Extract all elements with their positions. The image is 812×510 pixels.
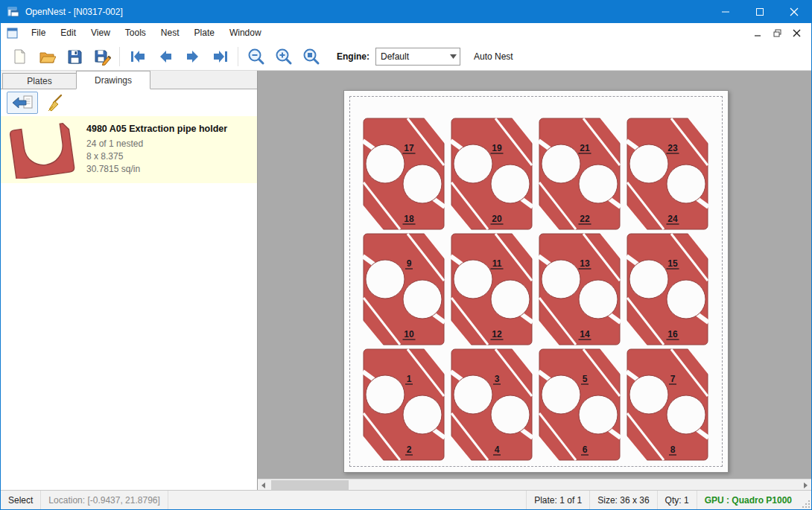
menu-tools[interactable]: Tools: [118, 25, 153, 41]
nest-tile[interactable]: 1516: [624, 232, 711, 347]
part-number-top: 19: [492, 143, 502, 153]
part-number-top: 21: [580, 143, 590, 153]
part-number-bottom: 10: [404, 329, 414, 340]
mdi-close-button[interactable]: [787, 25, 805, 40]
clear-button[interactable]: [44, 92, 63, 113]
part-number-bottom: 16: [667, 329, 678, 340]
nest-tile[interactable]: 1314: [536, 232, 624, 347]
nest-tile[interactable]: 56: [536, 347, 624, 462]
next-plate-button[interactable]: [179, 45, 206, 68]
part-number-bottom: 4: [495, 444, 500, 455]
zoom-fit-icon: [302, 47, 321, 66]
nest-canvas[interactable]: 171819202122232491011121314151612345678: [258, 71, 811, 491]
part-number-bottom: 14: [580, 329, 590, 340]
send-to-nest-button[interactable]: [7, 92, 38, 114]
resize-grip[interactable]: [799, 491, 811, 509]
nest-tile[interactable]: 34: [448, 347, 536, 462]
menu-items: FileEditViewToolsNestPlateWindow: [24, 25, 269, 41]
first-plate-button[interactable]: [124, 45, 151, 68]
nest-tile[interactable]: 1112: [448, 232, 536, 347]
plate[interactable]: 171819202122232491011121314151612345678: [343, 90, 729, 473]
zoom-in-icon: [274, 47, 294, 66]
nest-tile[interactable]: 1920: [448, 116, 536, 232]
new-file-button[interactable]: [5, 45, 33, 68]
scrollbar-track[interactable]: [270, 479, 799, 491]
zoom-in-button[interactable]: [270, 45, 297, 68]
part-number-top: 5: [583, 374, 588, 384]
mdi-restore-button[interactable]: [768, 25, 786, 40]
part-number-bottom: 20: [492, 214, 502, 224]
broom-icon: [44, 94, 63, 112]
next-arrow-icon: [183, 47, 203, 66]
save-as-button[interactable]: [88, 45, 115, 68]
part-number-top: 13: [580, 258, 590, 269]
part-thumbnail: [7, 121, 77, 179]
part-title: 4980 A05 Extraction pipe holder: [86, 124, 227, 134]
status-size: Size: 36 x 36: [589, 491, 656, 509]
status-plate: Plate: 1 of 1: [526, 491, 589, 509]
blue-arrow-icon: [11, 95, 34, 111]
engine-select[interactable]: Default: [375, 48, 460, 66]
maximize-button[interactable]: [743, 1, 777, 23]
part-number-bottom: 12: [492, 329, 502, 340]
part-size: 8 x 8.375: [86, 150, 227, 163]
nest-tile[interactable]: 12: [360, 347, 448, 462]
app-icon: [7, 6, 19, 18]
nest-tile[interactable]: 2122: [536, 116, 624, 232]
status-bar: Select Location: [-0.9437, 21.8796] Plat…: [1, 490, 811, 509]
window-title: OpenNest - [N0317-002]: [25, 7, 708, 17]
tab-plates[interactable]: Plates: [2, 73, 77, 89]
part-number-top: 9: [407, 258, 412, 269]
part-number-bottom: 18: [404, 214, 414, 224]
drawing-list-item[interactable]: 4980 A05 Extraction pipe holder 24 of 1 …: [1, 116, 257, 183]
part-number-bottom: 6: [583, 444, 588, 455]
part-number-top: 1: [407, 374, 412, 384]
zoom-out-icon: [247, 47, 266, 66]
mdi-minimize-button[interactable]: [749, 25, 767, 40]
horizontal-scrollbar[interactable]: [258, 479, 811, 491]
open-folder-icon: [38, 48, 56, 66]
save-icon: [66, 48, 83, 66]
scroll-right-arrow[interactable]: [799, 479, 811, 491]
zoom-out-button[interactable]: [242, 45, 270, 68]
last-plate-button[interactable]: [206, 45, 234, 68]
nest-tile[interactable]: 78: [624, 347, 711, 462]
open-button[interactable]: [33, 45, 60, 68]
nest-tile[interactable]: 910: [360, 232, 448, 347]
close-button[interactable]: [777, 1, 811, 23]
tab-drawings[interactable]: Drawings: [76, 71, 150, 89]
scroll-left-arrow[interactable]: [258, 479, 270, 491]
toolbar: Engine: Default Auto Nest: [1, 42, 811, 71]
menu-view[interactable]: View: [83, 25, 118, 41]
status-qty: Qty: 1: [657, 491, 697, 509]
menu-file[interactable]: File: [24, 25, 53, 41]
previous-plate-button[interactable]: [151, 45, 179, 68]
new-file-icon: [10, 48, 28, 66]
part-number-top: 17: [404, 143, 414, 153]
menu-bar: FileEditViewToolsNestPlateWindow: [1, 23, 811, 43]
menu-nest[interactable]: Nest: [153, 25, 187, 41]
title-bar: OpenNest - [N0317-002]: [1, 1, 811, 23]
part-number-bottom: 2: [407, 444, 412, 455]
nest-tile[interactable]: 2324: [624, 116, 711, 232]
menu-plate[interactable]: Plate: [187, 25, 222, 41]
minimize-button[interactable]: [708, 1, 743, 23]
nest-tile[interactable]: 1718: [360, 116, 448, 232]
menu-edit[interactable]: Edit: [53, 25, 83, 41]
part-number-bottom: 24: [667, 214, 678, 224]
prev-arrow-icon: [156, 47, 175, 66]
status-mode: Select: [1, 491, 41, 509]
sidebar: Plates Drawings 4980 A05 Extraction pipe…: [1, 71, 258, 491]
scrollbar-thumb[interactable]: [271, 480, 349, 490]
menu-window[interactable]: Window: [222, 25, 269, 41]
zoom-fit-button[interactable]: [297, 45, 325, 68]
part-number-top: 3: [495, 374, 500, 384]
save-button[interactable]: [60, 45, 88, 68]
chevron-down-icon[interactable]: [446, 54, 460, 59]
tiles-grid: 171819202122232491011121314151612345678: [360, 116, 711, 462]
last-arrow-icon: [211, 47, 230, 66]
auto-nest-label[interactable]: Auto Nest: [474, 51, 513, 62]
first-arrow-icon: [128, 47, 148, 66]
document-icon: [7, 28, 18, 39]
drawings-toolbar: [1, 89, 257, 116]
